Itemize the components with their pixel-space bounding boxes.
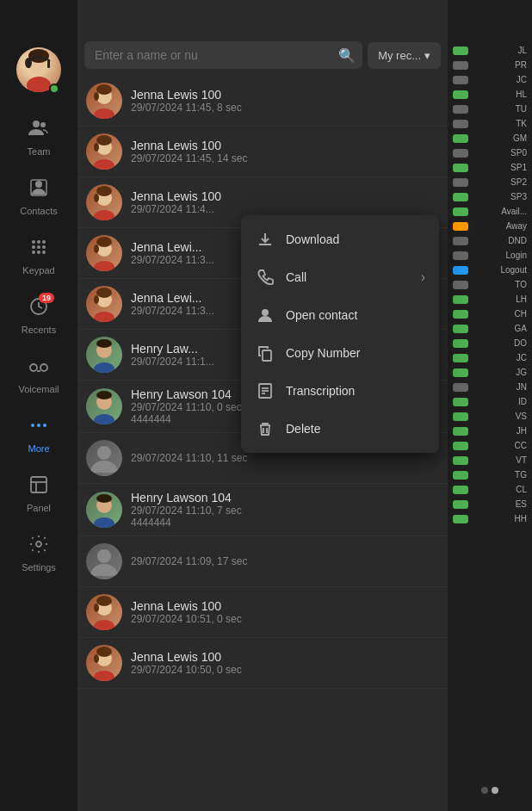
call-name: Jenna Lewis 100 xyxy=(131,189,439,203)
table-row[interactable]: Jenna Lewis 100 29/07/2024 10:51, 0 sec xyxy=(77,587,448,638)
table-row[interactable]: Jenna Lewis 100 29/07/2024 11:45, 8 sec xyxy=(77,76,448,127)
menu-item-download[interactable]: Download xyxy=(241,220,439,258)
call-time: 29/07/2024 11:09, 17 sec xyxy=(131,555,439,567)
svg-point-43 xyxy=(96,237,112,247)
menu-label-open-contact: Open contact xyxy=(286,308,357,322)
menu-item-open-contact[interactable]: Open contact xyxy=(241,296,439,334)
sidebar-item-voicemail[interactable]: Voicemail xyxy=(4,347,73,403)
status-row-CL: CL xyxy=(448,482,532,497)
menu-item-delete[interactable]: Delete xyxy=(241,410,439,448)
more-icon xyxy=(28,415,49,441)
svg-point-20 xyxy=(30,364,37,371)
svg-point-17 xyxy=(37,251,40,254)
status-dot xyxy=(453,515,468,523)
status-dot xyxy=(453,149,468,158)
sidebar-item-more[interactable]: More xyxy=(4,406,73,462)
sidebar-item-settings[interactable]: Settings xyxy=(4,525,73,581)
status-dot xyxy=(453,427,468,436)
status-dot xyxy=(453,339,468,348)
table-row[interactable]: Jenna Lewis 100 29/07/2024 10:50, 0 sec xyxy=(77,638,448,689)
svg-point-41 xyxy=(94,210,114,220)
status-row-login: Login xyxy=(448,248,532,263)
status-dot xyxy=(453,105,468,114)
menu-item-transcription[interactable]: Transcription xyxy=(241,372,439,410)
sidebar-item-keypad[interactable]: Keypad xyxy=(4,228,73,284)
panel-dot-1[interactable] xyxy=(481,787,488,794)
avatar xyxy=(86,543,122,579)
status-dot xyxy=(453,237,468,245)
sidebar-label-keypad: Keypad xyxy=(22,265,54,275)
call-name: Jenna Lewis 100 xyxy=(131,88,439,102)
right-panel: JL PR JC HL TU TK GM SP0 SP1 SP2 SP3 xyxy=(448,0,532,811)
svg-point-52 xyxy=(94,362,114,373)
avatar xyxy=(86,440,122,476)
table-row[interactable]: 29/07/2024 11:09, 17 sec xyxy=(77,536,448,587)
svg-point-36 xyxy=(94,143,99,152)
sidebar-item-contacts[interactable]: Contacts xyxy=(4,169,73,225)
status-row-GA: GA xyxy=(448,321,532,336)
table-row[interactable]: Henry Lawson 104 29/07/2024 11:10, 7 sec… xyxy=(77,484,448,536)
status-row-JL: JL xyxy=(448,43,532,58)
status-dot xyxy=(453,251,468,260)
menu-label-call: Call xyxy=(286,270,306,284)
search-icon[interactable]: 🔍 xyxy=(338,47,356,64)
sidebar-label-recents: Recents xyxy=(22,325,56,335)
status-row-JC: JC xyxy=(448,72,532,87)
svg-point-60 xyxy=(97,549,111,563)
filter-label: My rec... xyxy=(378,49,421,62)
menu-label-copy-number: Copy Number xyxy=(286,346,360,360)
sidebar-item-recents[interactable]: 19 Recents xyxy=(4,288,73,344)
status-row-logout: Logout xyxy=(448,263,532,277)
status-dot xyxy=(453,134,468,143)
status-row-HL: HL xyxy=(448,87,532,102)
filter-button[interactable]: My rec... ▾ xyxy=(368,42,441,69)
svg-point-21 xyxy=(40,364,47,371)
svg-point-24 xyxy=(37,424,40,427)
svg-point-8 xyxy=(35,181,42,188)
call-time: 29/07/2024 11:45, 8 sec xyxy=(131,102,439,114)
svg-rect-70 xyxy=(263,350,271,361)
status-row-GM: GM xyxy=(448,131,532,145)
status-row-TO: TO xyxy=(448,277,532,292)
svg-point-40 xyxy=(94,194,99,202)
status-dot xyxy=(453,222,468,231)
status-dot xyxy=(453,486,468,494)
status-dot xyxy=(453,325,468,333)
menu-item-copy-number[interactable]: Copy Number xyxy=(241,334,439,372)
svg-point-11 xyxy=(37,240,40,244)
status-dot xyxy=(453,76,468,84)
status-dot xyxy=(453,281,468,289)
svg-rect-4 xyxy=(28,61,30,68)
call-name: Jenna Lewis 100 xyxy=(131,650,439,664)
svg-rect-26 xyxy=(31,477,46,492)
panel-dot-2[interactable] xyxy=(492,787,498,794)
svg-point-6 xyxy=(33,121,40,127)
sidebar-label-settings: Settings xyxy=(22,562,56,573)
filter-arrow-icon: ▾ xyxy=(424,49,430,62)
svg-point-3 xyxy=(27,77,51,92)
svg-point-64 xyxy=(94,620,114,630)
call-time: 29/07/2024 11:10, 7 sec xyxy=(131,505,439,517)
status-dot xyxy=(453,456,468,465)
svg-point-55 xyxy=(94,414,114,424)
call-name: Jenna Lewis 100 xyxy=(131,599,439,613)
status-row-HH: HH xyxy=(448,511,532,526)
status-dot xyxy=(453,120,468,128)
copy-number-icon xyxy=(255,343,275,363)
svg-point-23 xyxy=(31,424,34,427)
call-number: 4444444 xyxy=(131,517,439,529)
search-input[interactable] xyxy=(84,41,362,69)
contacts-icon xyxy=(28,177,49,203)
status-row-TU: TU xyxy=(448,102,532,116)
avatar xyxy=(86,388,122,424)
sidebar-item-team[interactable]: Team xyxy=(4,109,73,165)
status-row-CH: CH xyxy=(448,306,532,321)
sidebar-item-panel[interactable]: Panel xyxy=(4,466,73,522)
status-dot xyxy=(453,164,468,172)
svg-point-62 xyxy=(96,596,112,606)
context-menu: Download Call › Open contact Copy Number xyxy=(241,215,439,453)
keypad-icon xyxy=(28,237,49,263)
table-row[interactable]: Jenna Lewis 100 29/07/2024 11:45, 14 sec xyxy=(77,127,448,177)
call-submenu-arrow: › xyxy=(421,269,425,285)
menu-item-call[interactable]: Call › xyxy=(241,258,439,296)
